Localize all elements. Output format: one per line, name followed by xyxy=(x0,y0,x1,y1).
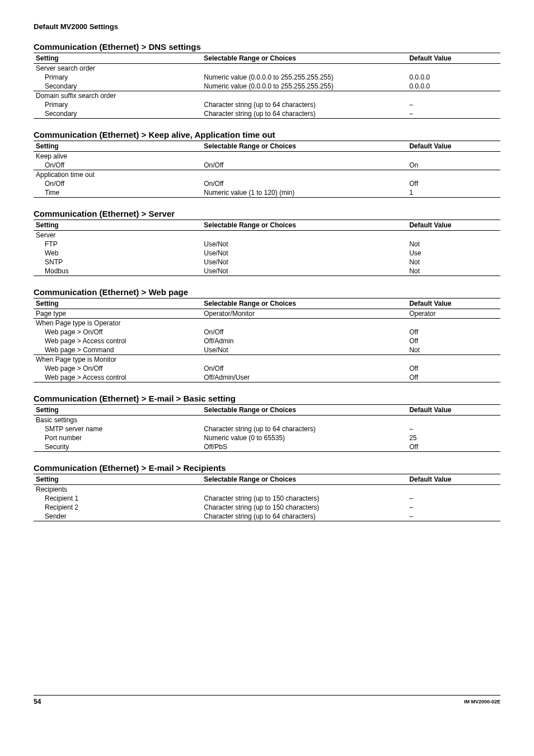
settings-table: SettingSelectable Range or ChoicesDefaul… xyxy=(34,53,500,119)
table-header-default: Default Value xyxy=(407,474,500,485)
table-row: FTPUse/NotNot xyxy=(34,240,500,249)
default-cell xyxy=(407,64,500,73)
table-row: Web page > CommandUse/NotNot xyxy=(34,346,500,355)
default-cell: Not xyxy=(407,267,500,276)
table-header-choices: Selectable Range or Choices xyxy=(202,141,407,152)
table-header-setting: Setting xyxy=(34,53,202,64)
default-cell: Off xyxy=(407,364,500,373)
document-header: Default MV2000 Settings xyxy=(34,22,500,31)
table-row: Basic settings xyxy=(34,416,500,425)
default-cell: – xyxy=(407,100,500,109)
table-header-setting: Setting xyxy=(34,141,202,152)
settings-table: SettingSelectable Range or ChoicesDefaul… xyxy=(34,141,500,198)
default-cell: – xyxy=(407,109,500,119)
setting-cell: Page type xyxy=(34,309,202,319)
section-title: Communication (Ethernet) > E-mail > Basi… xyxy=(34,394,500,403)
table-row: Server xyxy=(34,231,500,240)
settings-table: SettingSelectable Range or ChoicesDefaul… xyxy=(34,404,500,452)
table-row: ModbusUse/NotNot xyxy=(34,267,500,276)
table-header-setting: Setting xyxy=(34,405,202,416)
section-title: Communication (Ethernet) > Server xyxy=(34,209,500,218)
default-cell xyxy=(407,319,500,328)
table-row: SecondaryNumeric value (0.0.0.0 to 255.2… xyxy=(34,82,500,91)
default-cell xyxy=(407,231,500,240)
default-cell: Off xyxy=(407,337,500,346)
choices-cell xyxy=(202,91,407,101)
choices-cell xyxy=(202,355,407,365)
section-title: Communication (Ethernet) > Keep alive, A… xyxy=(34,130,500,139)
default-cell: Off xyxy=(407,373,500,382)
choices-cell: Off/PbS xyxy=(202,442,407,452)
table-row: When Page type is Monitor xyxy=(34,355,500,365)
default-cell: 0.0.0.0 xyxy=(407,73,500,82)
settings-table: SettingSelectable Range or ChoicesDefaul… xyxy=(34,220,500,276)
setting-cell: Sender xyxy=(34,512,202,521)
choices-cell: Use/Not xyxy=(202,267,407,276)
choices-cell: Character string (up to 150 characters) xyxy=(202,494,407,503)
table-row: SMTP server nameCharacter string (up to … xyxy=(34,424,500,433)
table-row: When Page type is Operator xyxy=(34,319,500,328)
setting-cell: On/Off xyxy=(34,179,202,188)
setting-cell: On/Off xyxy=(34,161,202,170)
default-cell: Not xyxy=(407,240,500,249)
setting-cell: Modbus xyxy=(34,267,202,276)
table-header-choices: Selectable Range or Choices xyxy=(202,220,407,231)
choices-cell: Character string (up to 64 characters) xyxy=(202,100,407,109)
sections-container: Communication (Ethernet) > DNS settingsS… xyxy=(34,42,500,521)
table-row: WebUse/NotUse xyxy=(34,249,500,258)
choices-cell: Character string (up to 64 characters) xyxy=(202,512,407,521)
table-header-choices: Selectable Range or Choices xyxy=(202,53,407,64)
table-row: Recipient 2Character string (up to 150 c… xyxy=(34,503,500,512)
page-footer: 54 IM MV2000-02E xyxy=(34,695,500,706)
table-header-choices: Selectable Range or Choices xyxy=(202,405,407,416)
default-cell: Off xyxy=(407,328,500,337)
default-cell: – xyxy=(407,512,500,521)
setting-cell: Recipient 1 xyxy=(34,494,202,503)
table-row: Web page > On/OffOn/OffOff xyxy=(34,328,500,337)
choices-cell: On/Off xyxy=(202,364,407,373)
setting-cell: Web page > Command xyxy=(34,346,202,355)
default-cell: On xyxy=(407,161,500,170)
setting-cell: Web page > On/Off xyxy=(34,328,202,337)
setting-cell: Web xyxy=(34,249,202,258)
setting-cell: Security xyxy=(34,442,202,452)
choices-cell: Numeric value (0.0.0.0 to 255.255.255.25… xyxy=(202,73,407,82)
table-row: Web page > Access controlOff/Admin/UserO… xyxy=(34,373,500,382)
choices-cell: On/Off xyxy=(202,161,407,170)
choices-cell: Off/Admin/User xyxy=(202,373,407,382)
choices-cell xyxy=(202,319,407,328)
setting-cell: Web page > On/Off xyxy=(34,364,202,373)
table-row: Keep alive xyxy=(34,152,500,161)
setting-cell: Time xyxy=(34,188,202,198)
table-header-choices: Selectable Range or Choices xyxy=(202,474,407,485)
table-header-setting: Setting xyxy=(34,474,202,485)
choices-cell: Character string (up to 150 characters) xyxy=(202,503,407,512)
setting-cell: Keep alive xyxy=(34,152,202,161)
setting-cell: Server search order xyxy=(34,64,202,73)
default-cell xyxy=(407,416,500,425)
page-number: 54 xyxy=(34,698,41,706)
setting-cell: Primary xyxy=(34,100,202,109)
table-row: On/OffOn/OffOn xyxy=(34,161,500,170)
setting-cell: Domain suffix search order xyxy=(34,91,202,101)
choices-cell: Use/Not xyxy=(202,249,407,258)
setting-cell: Application time out xyxy=(34,170,202,180)
choices-cell: Numeric value (0.0.0.0 to 255.255.255.25… xyxy=(202,82,407,91)
table-header-setting: Setting xyxy=(34,220,202,231)
choices-cell: Off/Admin xyxy=(202,337,407,346)
setting-cell: Recipient 2 xyxy=(34,503,202,512)
default-cell: Not xyxy=(407,346,500,355)
table-header-default: Default Value xyxy=(407,298,500,309)
table-row: Recipient 1Character string (up to 150 c… xyxy=(34,494,500,503)
choices-cell xyxy=(202,64,407,73)
page-container: Default MV2000 Settings Communication (E… xyxy=(0,0,534,717)
choices-cell: Character string (up to 64 characters) xyxy=(202,424,407,433)
choices-cell xyxy=(202,231,407,240)
table-row: Web page > On/OffOn/OffOff xyxy=(34,364,500,373)
table-row: Port numberNumeric value (0 to 65535)25 xyxy=(34,433,500,442)
table-row: Recipients xyxy=(34,485,500,494)
setting-cell: Web page > Access control xyxy=(34,373,202,382)
choices-cell xyxy=(202,170,407,180)
table-row: Application time out xyxy=(34,170,500,180)
default-cell: – xyxy=(407,503,500,512)
